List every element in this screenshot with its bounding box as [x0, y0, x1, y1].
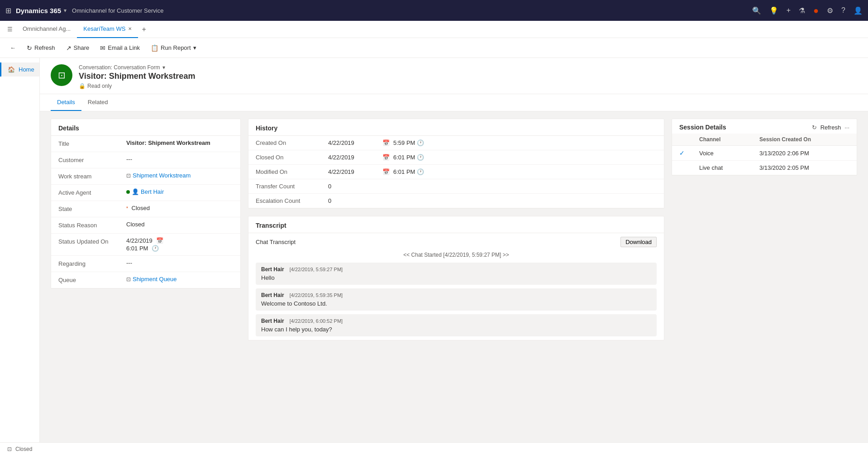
history-card: History Created On 4/22/2019 📅 5:59 PM 🕐… [248, 119, 664, 209]
queue-icon: ⊡ [126, 276, 131, 283]
readonly-badge: 🔒 Read only [79, 83, 195, 89]
right-column: History Created On 4/22/2019 📅 5:59 PM 🕐… [248, 119, 664, 340]
email-link-button[interactable]: ✉ Email a Link [95, 43, 144, 53]
add-icon[interactable]: + [787, 6, 791, 14]
sidebar-toggle-icon[interactable]: ☰ [4, 22, 16, 36]
created-clock-icon[interactable]: 🕐 [417, 139, 424, 146]
back-icon: ← [10, 44, 16, 51]
app-name: Omnichannel for Customer Service [72, 7, 163, 14]
filter-icon[interactable]: ⚗ [799, 6, 805, 15]
col-channel[interactable]: Channel [692, 134, 752, 146]
top-navigation: ⊞ Dynamics 365 ▾ Omnichannel for Custome… [0, 0, 868, 21]
run-report-button[interactable]: 📋 Run Report ▾ [146, 43, 200, 53]
details-card-title: Details [51, 119, 240, 136]
home-label: Home [19, 66, 34, 73]
modified-clock-icon[interactable]: 🕐 [417, 168, 424, 175]
agent-status-dot [126, 190, 130, 194]
detail-row-state: State * Closed [51, 201, 240, 217]
detail-row-queue: Queue ⊡ Shipment Queue [51, 272, 240, 288]
brand-chevron-icon[interactable]: ▾ [64, 8, 67, 14]
detail-row-agent: Active Agent 👤 Bert Hair [51, 185, 240, 201]
search-icon[interactable]: 🔍 [752, 6, 761, 15]
share-button[interactable]: ↗ Share [62, 43, 94, 53]
entity-icon-symbol: ⊡ [58, 70, 66, 81]
history-row-modified: Modified On 4/22/2019 📅 6:01 PM 🕐 [248, 165, 664, 179]
history-row-closed: Closed On 4/22/2019 📅 6:01 PM 🕐 [248, 150, 664, 165]
back-button[interactable]: ← [5, 43, 20, 53]
page-header: ⊡ Conversation: Conversation Form ▾ Visi… [40, 58, 868, 94]
workstream-icon: ⊡ [126, 172, 131, 179]
breadcrumb: Conversation: Conversation Form ▾ [79, 64, 195, 71]
sidebar: 🏠 Home [0, 58, 40, 455]
tab-bar: ☰ Omnichannel Ag... KesariTeam WS ✕ + [0, 21, 868, 38]
grid-icon[interactable]: ⊞ [5, 6, 11, 15]
queue-link[interactable]: Shipment Queue [133, 276, 177, 283]
chat-transcript-title: Chat Transcript [256, 239, 296, 245]
tab-kesariteam[interactable]: KesariTeam WS ✕ [77, 21, 138, 38]
col-session-created[interactable]: Session Created On [752, 134, 857, 146]
content-area: ⊡ Conversation: Conversation Form ▾ Visi… [40, 58, 868, 455]
sessions-refresh-label[interactable]: Refresh [820, 124, 841, 131]
share-icon: ↗ [66, 44, 72, 52]
tab-omnichannel-label: Omnichannel Ag... [23, 25, 71, 32]
tab-close-icon[interactable]: ✕ [128, 26, 132, 31]
history-row-created: Created On 4/22/2019 📅 5:59 PM 🕐 [248, 136, 664, 150]
col-check [672, 134, 692, 146]
status-bar: ⊡ Closed [0, 442, 868, 455]
status-dot: ● [813, 5, 819, 16]
cards-area: Details Title Visitor: Shipment Workstre… [40, 111, 868, 348]
session-row-livechat: Live chat 3/13/2020 2:05 PM [672, 161, 857, 175]
modified-cal-icon[interactable]: 📅 [382, 168, 390, 175]
page-title: Visitor: Shipment Workstream [79, 72, 195, 81]
chat-message-3: Bert Hair [4/22/2019, 6:00:52 PM] How ca… [256, 314, 657, 336]
agent-link[interactable]: Bert Hair [141, 188, 164, 195]
tab-omnichannel[interactable]: Omnichannel Ag... [16, 21, 77, 38]
chat-started: << Chat Started [4/22/2019, 5:59:27 PM] … [256, 252, 657, 258]
session-table-header: Channel Session Created On [672, 134, 857, 146]
chat-message-1: Bert Hair [4/22/2019, 5:59:27 PM] Hello [256, 263, 657, 285]
workstream-link[interactable]: Shipment Workstream [133, 172, 191, 179]
sidebar-item-home[interactable]: 🏠 Home [0, 62, 39, 77]
history-row-escalation: Escalation Count 0 [248, 194, 664, 208]
profile-icon[interactable]: 👤 [854, 6, 863, 15]
brand-logo: Dynamics 365 ▾ [16, 7, 67, 14]
sessions-more-icon[interactable]: ··· [844, 124, 849, 131]
created-cal-icon[interactable]: 📅 [382, 139, 390, 146]
status-clock-icon[interactable]: 🕐 [152, 245, 159, 252]
sessions-header: Session Details ↻ Refresh ··· [672, 119, 857, 134]
transcript-inner: Chat Transcript Download << Chat Started… [256, 237, 657, 336]
sessions-refresh-icon[interactable]: ↻ [812, 124, 817, 131]
tab-details[interactable]: Details [51, 94, 81, 111]
sessions-card: Session Details ↻ Refresh ··· Channel Se… [672, 119, 857, 176]
detail-row-title: Title Visitor: Shipment Workstream [51, 136, 240, 152]
transcript-card-title: Transcript [248, 216, 664, 233]
tab-add-icon[interactable]: + [138, 25, 149, 34]
report-icon: 📋 [151, 44, 158, 52]
status-cal-icon[interactable]: 📅 [156, 237, 163, 244]
sessions-title: Session Details [679, 124, 726, 131]
history-card-title: History [248, 119, 664, 136]
breadcrumb-chevron-icon: ▾ [162, 64, 165, 71]
details-card: Details Title Visitor: Shipment Workstre… [51, 119, 241, 289]
status-expand-icon[interactable]: ⊡ [7, 446, 12, 452]
status-closed-label: Closed [15, 446, 32, 452]
toolbar: ← ↻ Refresh ↗ Share ✉ Email a Link 📋 Run… [0, 38, 868, 58]
tab-related[interactable]: Related [81, 94, 114, 111]
download-button[interactable]: Download [620, 237, 657, 247]
history-card-body: Created On 4/22/2019 📅 5:59 PM 🕐 Closed … [248, 136, 664, 208]
lightbulb-icon[interactable]: 💡 [769, 6, 778, 15]
closed-cal-icon[interactable]: 📅 [382, 154, 390, 161]
chat-transcript-header: Chat Transcript Download [256, 237, 657, 247]
closed-clock-icon[interactable]: 🕐 [417, 154, 424, 161]
brand-name: Dynamics 365 [16, 7, 61, 14]
chat-message-2: Bert Hair [4/22/2019, 5:59:35 PM] Welcom… [256, 288, 657, 311]
sessions-header-right: ↻ Refresh ··· [812, 124, 849, 131]
refresh-icon: ↻ [27, 44, 32, 52]
settings-icon[interactable]: ⚙ [827, 6, 833, 15]
refresh-button[interactable]: ↻ Refresh [22, 43, 60, 53]
session-row-voice: ✓ Voice 3/13/2020 2:06 PM [672, 146, 857, 161]
session-check-icon: ✓ [679, 149, 685, 157]
required-indicator: * [126, 206, 128, 211]
help-icon[interactable]: ? [841, 6, 845, 14]
detail-row-workstream: Work stream ⊡ Shipment Workstream [51, 168, 240, 185]
